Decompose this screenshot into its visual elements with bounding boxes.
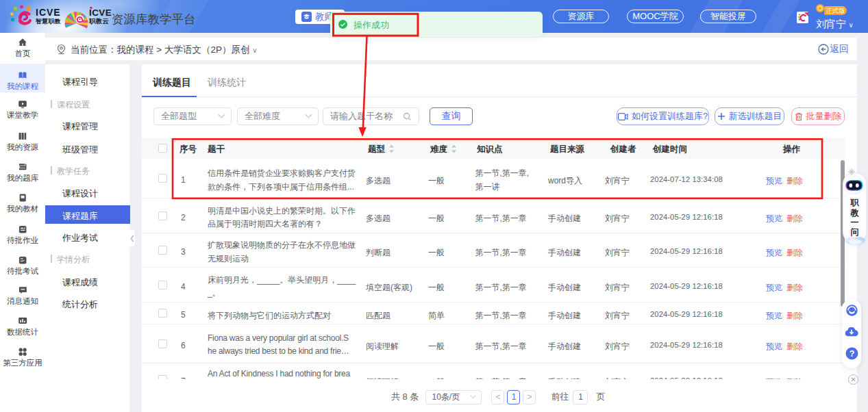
svg-text:智慧职教: 智慧职教 [35, 18, 62, 25]
svg-text:职教云: 职教云 [88, 18, 109, 25]
svg-text:?: ? [849, 348, 854, 358]
svg-text:ICVE: ICVE [89, 8, 112, 18]
svg-text:ICVE: ICVE [36, 7, 61, 18]
